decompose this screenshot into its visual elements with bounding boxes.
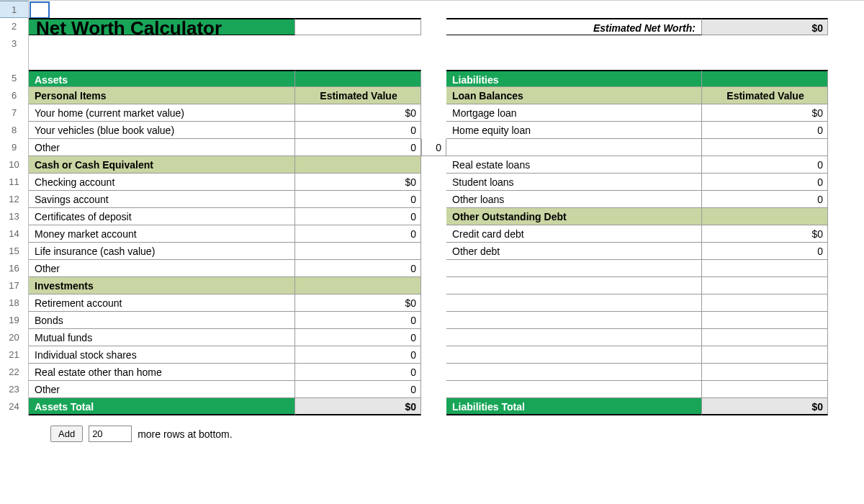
cell[interactable]: [421, 243, 446, 260]
cell[interactable]: [421, 104, 446, 122]
row-number[interactable]: 22: [0, 364, 29, 381]
asset-item-value[interactable]: 0: [295, 225, 421, 243]
liab-item-value[interactable]: [702, 139, 828, 156]
cell[interactable]: [446, 329, 702, 346]
cell[interactable]: [421, 294, 446, 312]
asset-item-value[interactable]: $0: [295, 104, 421, 122]
cell[interactable]: [295, 35, 421, 53]
asset-item-value[interactable]: 0: [295, 329, 421, 346]
cell[interactable]: [446, 1, 702, 18]
asset-item-label[interactable]: Real estate other than home: [29, 364, 295, 381]
liab-item-label[interactable]: Mortgage loan: [446, 104, 702, 122]
row-number[interactable]: 2: [0, 18, 29, 35]
row-number[interactable]: 12: [0, 191, 29, 208]
liab-item-value[interactable]: 0: [702, 191, 828, 208]
cell[interactable]: [421, 122, 446, 139]
cell[interactable]: [421, 156, 446, 174]
cell[interactable]: [295, 18, 421, 35]
liab-item-value[interactable]: 0: [702, 156, 828, 174]
cell[interactable]: [421, 208, 446, 225]
asset-item-label[interactable]: Retirement account: [29, 294, 295, 312]
asset-item-value[interactable]: 0: [295, 260, 421, 277]
asset-item-label[interactable]: Life insurance (cash value): [29, 243, 295, 260]
liab-item-value[interactable]: 0: [702, 174, 828, 191]
row-number[interactable]: 5: [0, 70, 29, 87]
row-number[interactable]: 13: [0, 208, 29, 225]
cell[interactable]: [295, 53, 421, 70]
liab-item-value[interactable]: $0: [702, 225, 828, 243]
asset-item-value[interactable]: [295, 243, 421, 260]
cell[interactable]: [421, 381, 446, 398]
asset-item-label[interactable]: Other: [29, 139, 295, 156]
row-number[interactable]: 15: [0, 243, 29, 260]
cell[interactable]: [421, 87, 446, 104]
asset-item-label[interactable]: Other: [29, 381, 295, 398]
row-number[interactable]: 14: [0, 225, 29, 243]
cell[interactable]: [421, 191, 446, 208]
row-number[interactable]: 6: [0, 87, 29, 104]
asset-item-value[interactable]: $0: [295, 294, 421, 312]
asset-item-label[interactable]: Other: [29, 260, 295, 277]
row-number[interactable]: 24: [0, 398, 29, 415]
row-number[interactable]: 11: [0, 174, 29, 191]
cell[interactable]: [29, 35, 295, 53]
cell[interactable]: [702, 53, 828, 70]
liab-item-label[interactable]: Student loans: [446, 174, 702, 191]
row-number[interactable]: 7: [0, 104, 29, 122]
row-number[interactable]: [0, 53, 29, 70]
asset-item-label[interactable]: Checking account: [29, 174, 295, 191]
asset-item-value[interactable]: 0: [295, 312, 421, 329]
cell[interactable]: [702, 329, 828, 346]
row-number[interactable]: 23: [0, 381, 29, 398]
asset-item-label[interactable]: Individual stock shares: [29, 346, 295, 364]
add-rows-input[interactable]: [89, 426, 132, 442]
mid-extra-value[interactable]: 0: [421, 139, 446, 156]
cell[interactable]: [421, 329, 446, 346]
cell[interactable]: [702, 35, 828, 53]
liab-item-label[interactable]: Credit card debt: [446, 225, 702, 243]
row-number[interactable]: 20: [0, 329, 29, 346]
asset-item-value[interactable]: 0: [295, 139, 421, 156]
liab-item-label[interactable]: Other loans: [446, 191, 702, 208]
asset-item-value[interactable]: 0: [295, 346, 421, 364]
asset-item-value[interactable]: 0: [295, 122, 421, 139]
cell[interactable]: [421, 1, 446, 18]
asset-item-label[interactable]: Mutual funds: [29, 329, 295, 346]
cell[interactable]: [446, 312, 702, 329]
cell[interactable]: [421, 312, 446, 329]
cell[interactable]: [421, 260, 446, 277]
cell[interactable]: [421, 18, 446, 35]
row-number[interactable]: 21: [0, 346, 29, 364]
asset-item-label[interactable]: Bonds: [29, 312, 295, 329]
cell[interactable]: [421, 35, 446, 53]
cell[interactable]: [702, 312, 828, 329]
cell[interactable]: [295, 1, 421, 18]
cell[interactable]: [421, 70, 446, 87]
liab-item-label[interactable]: [446, 139, 702, 156]
cell[interactable]: [446, 346, 702, 364]
asset-item-label[interactable]: Savings account: [29, 191, 295, 208]
cell[interactable]: [29, 53, 295, 70]
row-number[interactable]: 8: [0, 122, 29, 139]
cell[interactable]: [421, 225, 446, 243]
cell[interactable]: [702, 1, 828, 18]
cell[interactable]: [29, 1, 295, 18]
asset-item-value[interactable]: 0: [295, 364, 421, 381]
asset-item-label[interactable]: Certificates of deposit: [29, 208, 295, 225]
cell[interactable]: [446, 35, 702, 53]
add-rows-button[interactable]: Add: [50, 426, 83, 442]
asset-item-label[interactable]: Money market account: [29, 225, 295, 243]
cell[interactable]: [702, 277, 828, 294]
cell[interactable]: [446, 381, 702, 398]
row-number[interactable]: 16: [0, 260, 29, 277]
cell[interactable]: [446, 260, 702, 277]
liab-item-label[interactable]: Other debt: [446, 243, 702, 260]
cell[interactable]: [702, 346, 828, 364]
asset-item-value[interactable]: 0: [295, 208, 421, 225]
cell[interactable]: [446, 53, 702, 70]
cell[interactable]: [446, 277, 702, 294]
cell[interactable]: [421, 174, 446, 191]
row-number[interactable]: 1: [0, 1, 29, 18]
asset-item-value[interactable]: 0: [295, 191, 421, 208]
liab-item-label[interactable]: Real estate loans: [446, 156, 702, 174]
